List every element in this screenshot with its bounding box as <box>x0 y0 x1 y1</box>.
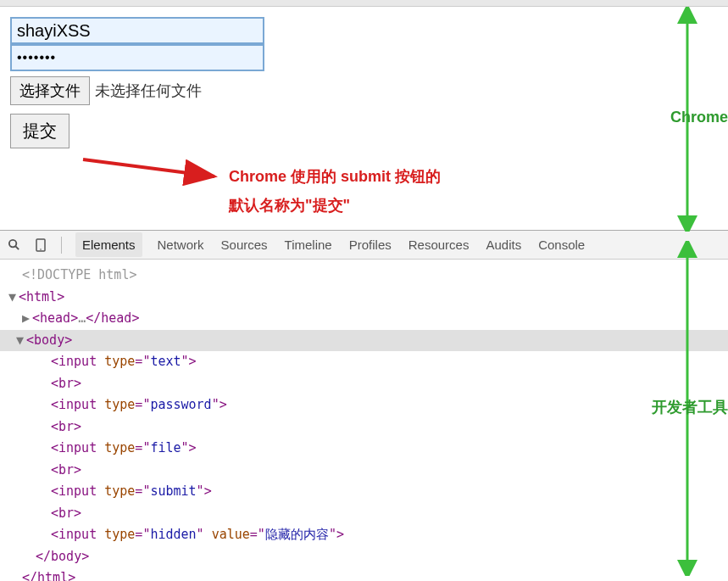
code-line: <input type="submit"> <box>8 481 720 503</box>
tab-audits[interactable]: Audits <box>484 232 523 257</box>
tab-profiles[interactable]: Profiles <box>347 232 393 257</box>
code-head: ▶<head>…</head> <box>8 308 720 330</box>
code-line: <input type="password"> <box>8 394 720 416</box>
code-html-close: </html> <box>8 567 720 581</box>
annotation-line2: 默认名称为"提交" <box>229 195 350 215</box>
code-body-open: ▼<body> <box>0 330 728 352</box>
code-line: <br> <box>8 416 720 439</box>
file-choose-button[interactable]: 选择文件 <box>10 76 90 105</box>
annotation-arrow-icon <box>75 151 227 193</box>
tab-console[interactable]: Console <box>536 232 586 257</box>
devtools-panel: Elements Network Sources Timeline Profil… <box>0 230 728 581</box>
annotation-line1: Chrome 使用的 submit 按钮的 <box>229 166 441 187</box>
toolbar-divider <box>61 237 62 254</box>
code-line: <br> <box>8 503 720 525</box>
elements-tree[interactable]: <!DOCTYPE html> ▼<html> ▶<head>…</head> … <box>0 260 728 581</box>
svg-point-5 <box>40 249 42 250</box>
code-line: <br> <box>8 460 720 482</box>
tab-timeline[interactable]: Timeline <box>283 232 334 257</box>
svg-line-3 <box>15 246 19 249</box>
code-body-close: </body> <box>8 546 720 568</box>
svg-line-1 <box>83 159 214 176</box>
file-input-row: 选择文件 未选择任何文件 <box>10 76 718 105</box>
device-icon[interactable] <box>34 238 47 252</box>
page-content: 选择文件 未选择任何文件 提交 Chrome 使用的 submit 按钮的 默认… <box>0 7 728 230</box>
code-line: <input type="hidden" value="隐藏的内容"> <box>8 524 720 546</box>
label-chrome: Chrome <box>670 109 728 126</box>
code-doctype: <!DOCTYPE html> <box>8 265 720 287</box>
tab-network[interactable]: Network <box>156 232 206 257</box>
code-html-open: ▼<html> <box>8 287 720 309</box>
code-line: <input type="text"> <box>8 351 720 373</box>
code-line: <br> <box>8 373 720 395</box>
tab-sources[interactable]: Sources <box>220 232 270 257</box>
search-icon[interactable] <box>7 238 20 252</box>
tab-resources[interactable]: Resources <box>407 232 471 257</box>
file-status-text: 未选择任何文件 <box>95 81 202 101</box>
password-input[interactable] <box>10 44 264 71</box>
label-devtools: 开发者工具 <box>652 397 728 417</box>
window-chrome-top <box>0 0 728 7</box>
code-line: <input type="file"> <box>8 438 720 460</box>
svg-point-2 <box>8 240 15 247</box>
devtools-toolbar: Elements Network Sources Timeline Profil… <box>0 231 728 260</box>
text-input[interactable] <box>10 17 264 44</box>
tab-elements[interactable]: Elements <box>75 232 142 257</box>
submit-button[interactable]: 提交 <box>10 114 69 148</box>
